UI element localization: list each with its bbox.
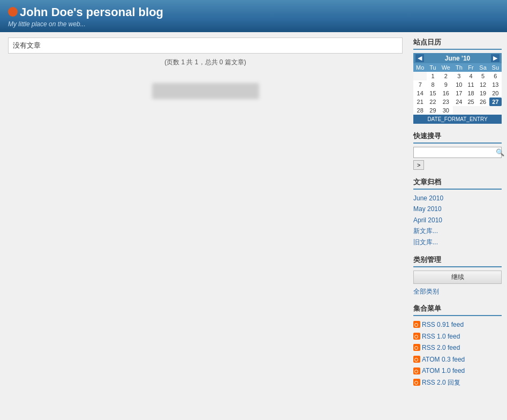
archive-link-april2010[interactable]: April 2010	[413, 215, 502, 226]
feed-label-rss091: RSS 0.91 feed	[422, 319, 464, 331]
feed-icon-rss10	[413, 333, 420, 340]
feed-label-atom03: ATOM 0.3 feed	[422, 354, 465, 366]
archive-title: 文章归档	[413, 177, 502, 190]
calendar-title: 站点日历	[413, 38, 502, 50]
search-title: 快速搜寻	[413, 131, 502, 144]
feed-rss091[interactable]: RSS 0.91 feed	[413, 319, 502, 331]
search-icon-button[interactable]: 🔍	[496, 148, 504, 156]
archive-link-new[interactable]: 新文库...	[413, 226, 502, 236]
feed-label-atom10: ATOM 1.0 feed	[422, 365, 465, 377]
calendar-day-su: Su	[489, 63, 502, 72]
calendar-week-5: 28 29 30	[413, 106, 502, 115]
blog-title: John Doe's personal blog	[8, 5, 499, 19]
calendar-day-fr: Fr	[465, 63, 477, 72]
calendar-nav: ◀ June '10 ▶	[413, 53, 502, 63]
category-all-link[interactable]: 全部类别	[413, 287, 502, 296]
category-section: 类别管理 继续 全部类别	[413, 255, 502, 296]
calendar-week-1: 1 2 3 4 5 6	[413, 72, 502, 80]
calendar-week-2: 7 8 9 10 11 12 13	[413, 80, 502, 89]
feed-atom03[interactable]: ATOM 0.3 feed	[413, 354, 502, 366]
feed-label-rss10: RSS 1.0 feed	[422, 331, 460, 343]
feed-icon-atom03	[413, 356, 420, 363]
search-input[interactable]	[415, 149, 496, 156]
feed-rss20[interactable]: RSS 2.0 feed	[413, 342, 502, 354]
ad-area	[8, 83, 403, 101]
calendar-day-th: Th	[453, 63, 465, 72]
calendar-next-button[interactable]: ▶	[491, 54, 500, 62]
archive-link-june2010[interactable]: June 2010	[413, 193, 502, 204]
calendar-days-header-row: Mo Tu We Th Fr Sa Su	[413, 63, 502, 72]
category-title: 类别管理	[413, 255, 502, 267]
feed-atom10[interactable]: ATOM 1.0 feed	[413, 365, 502, 377]
calendar-day-mo: Mo	[413, 63, 427, 72]
feed-icon-atom10	[413, 368, 420, 374]
blog-subtitle: My little place on the web...	[8, 20, 499, 28]
calendar-week-4: 21 22 23 24 25 26 27	[413, 98, 502, 106]
archive-link-old[interactable]: 旧文库...	[413, 237, 502, 248]
calendar-footer-row: DATE_FORMAT_ENTRY	[413, 115, 502, 124]
main-content: 没有文章 (页数 1 共 1，总共 0 篇文章)	[0, 38, 408, 396]
search-go-button[interactable]: >	[413, 160, 424, 170]
logo-icon	[8, 7, 18, 17]
ad-placeholder	[152, 83, 259, 99]
calendar-section: 站点日历 ◀ June '10 ▶ Mo Tu We Th	[413, 38, 502, 124]
category-continue-button[interactable]: 继续	[413, 271, 502, 284]
calendar-week-3: 14 15 16 17 18 19 20	[413, 89, 502, 98]
archive-link-may2010[interactable]: May 2010	[413, 204, 502, 214]
feed-icon-rss20-reply	[413, 379, 420, 386]
feeds-section: 集合菜单 RSS 0.91 feed RSS 1.0 feed RSS 2.0 …	[413, 304, 502, 389]
feed-label-rss20: RSS 2.0 feed	[422, 342, 460, 354]
feed-rss20-reply[interactable]: RSS 2.0 回复	[413, 377, 502, 389]
calendar-nav-row: ◀ June '10 ▶	[413, 53, 502, 63]
feed-icon-rss20	[413, 344, 420, 351]
page-header: John Doe's personal blog My little place…	[0, 0, 507, 32]
archive-section: 文章归档 June 2010 May 2010 April 2010 新文库..…	[413, 177, 502, 248]
feed-icon-rss091	[413, 321, 420, 328]
feed-label-rss20-reply: RSS 2.0 回复	[422, 377, 460, 389]
feeds-title: 集合菜单	[413, 304, 502, 316]
calendar-day-sa: Sa	[476, 63, 489, 72]
calendar-month-label: June '10	[445, 55, 471, 62]
archive-links: June 2010 May 2010 April 2010 新文库... 旧文库…	[413, 193, 502, 248]
sidebar: 站点日历 ◀ June '10 ▶ Mo Tu We Th	[408, 38, 507, 396]
pagination: (页数 1 共 1，总共 0 篇文章)	[8, 58, 403, 67]
calendar-day-we: We	[438, 63, 453, 72]
calendar-prev-button[interactable]: ◀	[415, 54, 424, 62]
search-section: 快速搜寻 🔍 >	[413, 131, 502, 170]
no-articles-text: 没有文章	[13, 41, 41, 49]
calendar: ◀ June '10 ▶ Mo Tu We Th Fr Sa Su	[413, 53, 502, 124]
search-box: 🔍	[413, 147, 502, 158]
calendar-day-tu: Tu	[427, 63, 438, 72]
no-articles-box: 没有文章	[8, 38, 403, 54]
feed-rss10[interactable]: RSS 1.0 feed	[413, 331, 502, 343]
calendar-footer-label: DATE_FORMAT_ENTRY	[413, 115, 502, 124]
